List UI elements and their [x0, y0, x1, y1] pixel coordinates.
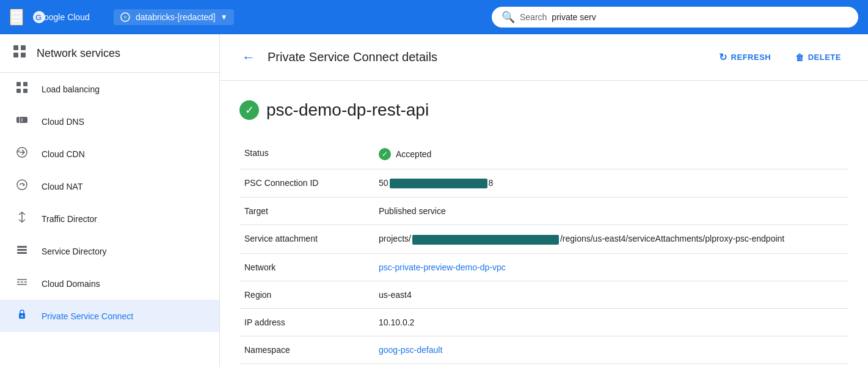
- svg-rect-6: [21, 45, 26, 50]
- search-bar[interactable]: 🔍 Search: [492, 7, 858, 28]
- table-row-status: Status ✓ Accepted: [239, 139, 848, 169]
- sidebar-label-load-balancing: Load balancing: [42, 84, 100, 94]
- region-value: us-east4: [374, 281, 848, 308]
- cloud-nat-icon: [15, 179, 29, 194]
- sidebar-label-cloud-domains: Cloud Domains: [42, 279, 100, 289]
- search-input[interactable]: [552, 12, 848, 22]
- load-balancing-icon: [15, 81, 29, 97]
- psc-id-label: PSC Connection ID: [239, 169, 374, 198]
- target-label: Target: [239, 198, 374, 225]
- svg-rect-8: [21, 53, 26, 57]
- namespace-link[interactable]: goog-psc-default: [379, 345, 442, 355]
- search-label: Search: [520, 12, 547, 22]
- sidebar-item-load-balancing[interactable]: Load balancing: [0, 73, 219, 105]
- sidebar-item-cloud-domains[interactable]: Cloud Domains: [0, 267, 219, 300]
- svg-rect-12: [23, 89, 27, 93]
- resource-title-row: ✓ psc-demo-dp-rest-api: [239, 100, 848, 120]
- sidebar-header: Network services: [0, 34, 219, 73]
- main-content: ← Private Service Connect details ↻ REFR…: [220, 34, 868, 367]
- sidebar-item-cloud-nat[interactable]: Cloud NAT: [0, 170, 219, 202]
- table-row-network: Network psc-private-preview-demo-dp-vpc: [239, 253, 848, 281]
- network-value: psc-private-preview-demo-dp-vpc: [374, 253, 848, 281]
- refresh-icon: ↻: [719, 51, 728, 63]
- sidebar-label-cloud-dns: Cloud DNS: [42, 117, 84, 127]
- target-value: Published service: [374, 198, 848, 225]
- svg-point-4: [124, 16, 126, 18]
- svg-rect-19: [17, 246, 27, 248]
- status-dot-icon: ✓: [379, 148, 391, 160]
- search-icon: 🔍: [501, 10, 515, 24]
- table-row-namespace: Namespace goog-psc-default: [239, 336, 848, 363]
- table-row-target: Target Published service: [239, 198, 848, 225]
- refresh-label: REFRESH: [731, 53, 771, 62]
- table-row-psc-id: PSC Connection ID 50 8: [239, 169, 848, 198]
- content-area: ✓ psc-demo-dp-rest-api Status ✓: [220, 81, 868, 367]
- service-attachment-value: projects/ /regions/us-east4/serviceAttac…: [374, 225, 848, 253]
- sidebar-label-psc: Private Service Connect: [42, 311, 133, 321]
- delete-icon: 🗑: [795, 53, 804, 62]
- traffic-director-icon: [15, 211, 29, 226]
- sidebar-item-cloud-cdn[interactable]: Cloud CDN: [0, 138, 219, 170]
- delete-label: DELETE: [808, 53, 841, 62]
- sidebar-label-cloud-nat: Cloud NAT: [42, 182, 82, 191]
- psc-id-redacted: [390, 179, 487, 188]
- sidebar-item-service-directory[interactable]: Service Directory: [0, 235, 219, 267]
- cloud-domains-icon: [15, 276, 29, 291]
- menu-icon: ☰: [11, 10, 22, 24]
- details-table: Status ✓ Accepted PSC Connectio: [239, 139, 848, 364]
- delete-button[interactable]: 🗑 DELETE: [788, 48, 848, 67]
- layout: Network services Load balancing: [0, 34, 868, 367]
- resource-status-icon: ✓: [239, 100, 259, 120]
- resource-name: psc-demo-dp-rest-api: [266, 100, 429, 120]
- namespace-value: goog-psc-default: [374, 336, 848, 363]
- google-cloud-logo: G oogle Cloud: [33, 10, 104, 24]
- svg-rect-10: [23, 82, 27, 86]
- psc-id-suffix: 8: [489, 178, 494, 188]
- back-button[interactable]: ←: [239, 47, 258, 68]
- svg-rect-21: [17, 252, 27, 254]
- project-icon: [120, 12, 131, 23]
- status-text: Accepted: [396, 149, 431, 159]
- psc-id-prefix: 50: [379, 178, 388, 188]
- page-header: ← Private Service Connect details ↻ REFR…: [220, 34, 868, 81]
- svg-rect-5: [13, 45, 18, 50]
- svg-point-28: [21, 316, 23, 317]
- top-bar: ☰ G oogle Cloud databricks-[redacted] ▼ …: [0, 0, 868, 34]
- svg-rect-20: [17, 249, 27, 251]
- service-attachment-label: Service attachment: [239, 225, 374, 253]
- sidebar-label-cloud-cdn: Cloud CDN: [42, 149, 85, 159]
- project-name: databricks-[redacted]: [136, 12, 216, 22]
- network-link[interactable]: psc-private-preview-demo-dp-vpc: [379, 262, 506, 272]
- table-row-region: Region us-east4: [239, 281, 848, 308]
- cloud-dns-icon: [15, 114, 29, 129]
- ip-label: IP address: [239, 308, 374, 336]
- page-title: Private Service Connect details: [268, 50, 702, 64]
- psc-id-value: 50 8: [374, 169, 848, 198]
- svg-rect-7: [13, 53, 18, 57]
- dropdown-arrow-icon: ▼: [221, 13, 228, 21]
- sa-prefix: projects/: [379, 234, 411, 243]
- sa-redacted: [412, 235, 559, 245]
- menu-button[interactable]: ☰: [10, 9, 23, 26]
- sidebar-item-private-service-connect[interactable]: Private Service Connect: [0, 300, 219, 332]
- sidebar-item-traffic-director[interactable]: Traffic Director: [0, 202, 219, 235]
- sidebar-item-cloud-dns[interactable]: Cloud DNS: [0, 105, 219, 138]
- network-services-icon: [12, 44, 27, 62]
- refresh-button[interactable]: ↻ REFRESH: [712, 46, 778, 68]
- status-value: ✓ Accepted: [374, 139, 848, 169]
- sidebar: Network services Load balancing: [0, 34, 220, 367]
- sidebar-label-service-directory: Service Directory: [42, 247, 107, 256]
- project-selector[interactable]: databricks-[redacted] ▼: [114, 9, 234, 25]
- psc-icon: [15, 308, 29, 324]
- sidebar-title: Network services: [37, 47, 120, 60]
- cloud-cdn-icon: [15, 146, 29, 161]
- svg-point-17: [17, 180, 27, 190]
- ip-value: 10.10.0.2: [374, 308, 848, 336]
- google-cloud-wordmark: G oogle Cloud: [33, 10, 104, 24]
- namespace-label: Namespace: [239, 336, 374, 363]
- svg-text:G: G: [35, 13, 42, 22]
- service-directory-icon: [15, 243, 29, 259]
- svg-rect-11: [16, 89, 21, 93]
- back-icon: ←: [242, 50, 255, 65]
- network-label: Network: [239, 253, 374, 281]
